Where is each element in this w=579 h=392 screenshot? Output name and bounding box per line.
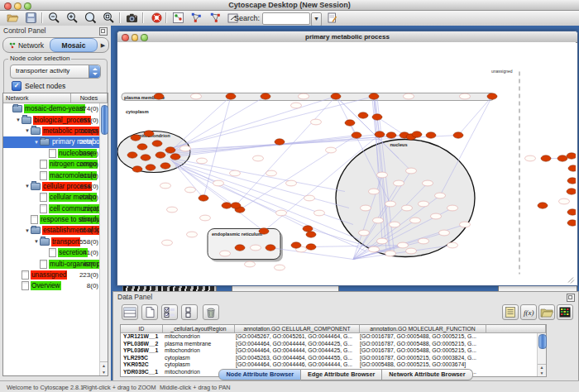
network-node-label[interactable] xyxy=(423,180,433,186)
network-node-label[interactable] xyxy=(559,198,570,204)
network-node[interactable] xyxy=(131,135,141,141)
tree-column-nodes[interactable]: Nodes xyxy=(71,93,108,103)
zoom-fit-icon[interactable] xyxy=(83,12,98,25)
browser-tab-node[interactable]: Node Attribute Browser xyxy=(218,369,301,380)
network-node-label[interactable] xyxy=(410,218,421,223)
tab-network[interactable]: Network xyxy=(3,39,50,51)
network-node-label[interactable] xyxy=(275,265,285,270)
search-dropdown-arrow[interactable]: ▼ xyxy=(311,12,322,26)
select-nodes-checkbox[interactable]: ✓ xyxy=(12,81,22,91)
tree-expand-arrow-icon[interactable]: ▼ xyxy=(24,184,31,189)
network-view-titlebar[interactable]: primary metabolic process xyxy=(117,31,577,43)
tree-expand-arrow-icon[interactable]: ▼ xyxy=(33,140,40,145)
tree-row[interactable]: secretion41(0) xyxy=(3,247,108,258)
network-node[interactable] xyxy=(567,209,576,215)
table-scrollbar-thumb[interactable] xyxy=(538,334,547,349)
network-node-label[interactable] xyxy=(361,205,371,211)
network-node[interactable] xyxy=(567,153,576,159)
network-node-label[interactable] xyxy=(245,261,256,267)
table-column-header[interactable]: annotation.GO MOLECULAR_FUNCTION xyxy=(360,325,486,333)
network-node[interactable] xyxy=(567,178,576,184)
network-node-label[interactable] xyxy=(385,201,396,207)
tree-row[interactable]: ▼metabolic process280(0) xyxy=(3,126,108,136)
network-node-label[interactable] xyxy=(447,205,458,211)
select-attributes-icon[interactable] xyxy=(161,304,178,320)
help-lifesaver-icon[interactable] xyxy=(149,12,164,25)
node-color-dropdown[interactable]: transporter activity xyxy=(10,65,101,79)
tree-row[interactable]: cell communicat22(0) xyxy=(3,203,108,214)
browser-tab-edge[interactable]: Edge Attribute Browser xyxy=(301,369,382,380)
network-node-label[interactable] xyxy=(299,93,309,99)
tree-scrollbar-arrows[interactable]: ▲▼ xyxy=(100,361,108,375)
zoom-selected-icon[interactable] xyxy=(101,12,116,25)
tree-row[interactable]: ▼transport558(0) xyxy=(3,237,108,247)
network-node[interactable] xyxy=(231,203,241,208)
network-node[interactable] xyxy=(144,131,154,136)
network-node-label[interactable] xyxy=(447,242,458,248)
network-node[interactable] xyxy=(222,203,232,208)
table-column-header[interactable]: ID xyxy=(121,325,163,333)
table-row[interactable]: YJR121W__1mitochondrion[GO:0045267, GO:0… xyxy=(121,333,546,341)
network-node-label[interactable] xyxy=(406,168,417,174)
network-node-label[interactable] xyxy=(185,187,196,193)
search-input[interactable] xyxy=(263,13,309,24)
network-node-label[interactable] xyxy=(220,251,231,256)
tab-mosaic[interactable]: Mosaic xyxy=(50,38,98,52)
network-node[interactable] xyxy=(266,245,275,251)
network-node[interactable] xyxy=(567,220,576,226)
table-column-header[interactable]: annotation.GO CELLULAR_COMPONENT xyxy=(235,325,360,333)
tree-row[interactable]: ▼establishment of lo558(0) xyxy=(3,225,108,236)
network-node-label[interactable] xyxy=(439,230,450,236)
network-node[interactable] xyxy=(160,163,170,169)
attribute-list-icon[interactable] xyxy=(502,304,519,320)
network-node[interactable] xyxy=(303,226,313,232)
open-session-icon[interactable] xyxy=(5,12,20,25)
network-node-label[interactable] xyxy=(314,210,325,216)
import-attributes-icon[interactable] xyxy=(538,304,555,320)
table-row[interactable]: YPL036W__1mitochondrion[GO:0044464, GO:0… xyxy=(121,347,546,355)
network-node[interactable] xyxy=(426,132,436,138)
tree-row[interactable]: response to stimulu264(0) xyxy=(3,214,108,225)
network-node-label[interactable] xyxy=(373,218,384,223)
table-row[interactable]: YPL036W__2plasma membrane[GO:0044464, GO… xyxy=(121,341,546,348)
network-node-label[interactable] xyxy=(266,170,277,176)
network-node[interactable] xyxy=(375,131,385,137)
create-attribute-icon[interactable] xyxy=(141,304,158,320)
network-node[interactable] xyxy=(156,152,165,158)
network-node-label[interactable] xyxy=(286,180,297,186)
network-node-label[interactable] xyxy=(191,93,202,99)
snapshot-camera-icon[interactable] xyxy=(124,12,139,25)
tree-expand-arrow-icon[interactable]: ▼ xyxy=(24,128,31,133)
network-node[interactable] xyxy=(386,132,396,138)
zoom-in-icon[interactable] xyxy=(65,12,79,25)
tree-column-network[interactable]: Network xyxy=(3,93,71,103)
show-all-network-icon[interactable] xyxy=(170,12,185,25)
network-node[interactable] xyxy=(165,147,175,153)
tree-row[interactable]: nitrogen compo209(0) xyxy=(3,159,108,170)
network-node-label[interactable] xyxy=(200,215,211,221)
network-node-label[interactable] xyxy=(311,119,322,125)
table-column-header[interactable]: _cellularLayoutRegion xyxy=(163,325,235,333)
network-node[interactable] xyxy=(154,93,164,99)
network-node[interactable] xyxy=(141,155,151,160)
network-node-label[interactable] xyxy=(404,93,414,99)
network-node[interactable] xyxy=(275,139,285,145)
network-node[interactable] xyxy=(345,120,355,126)
table-row[interactable]: YLR295Ccytoplasm[GO:0045263, GO:0044464,… xyxy=(121,355,546,362)
network-node-label[interactable] xyxy=(359,230,370,236)
network-node-label[interactable] xyxy=(291,103,302,108)
tree-row[interactable]: ▼biological_process651(0) xyxy=(3,114,108,125)
network-node-label[interactable] xyxy=(377,172,388,178)
tree-row[interactable]: multi-organism pro42(0) xyxy=(3,258,108,269)
hide-selected-icon[interactable] xyxy=(189,12,203,25)
tree-row[interactable]: nucleobase-209(0) xyxy=(3,148,108,159)
network-node-label[interactable] xyxy=(160,183,171,189)
tree-scrollbar[interactable]: ▲▼ xyxy=(99,103,108,375)
network-node-label[interactable] xyxy=(419,201,429,207)
tree-expand-arrow-icon[interactable]: ▼ xyxy=(33,239,40,244)
network-node[interactable] xyxy=(137,144,147,150)
network-node[interactable] xyxy=(306,232,316,237)
network-node[interactable] xyxy=(259,228,269,234)
network-node-label[interactable] xyxy=(431,213,442,219)
network-node-label[interactable] xyxy=(276,210,287,216)
